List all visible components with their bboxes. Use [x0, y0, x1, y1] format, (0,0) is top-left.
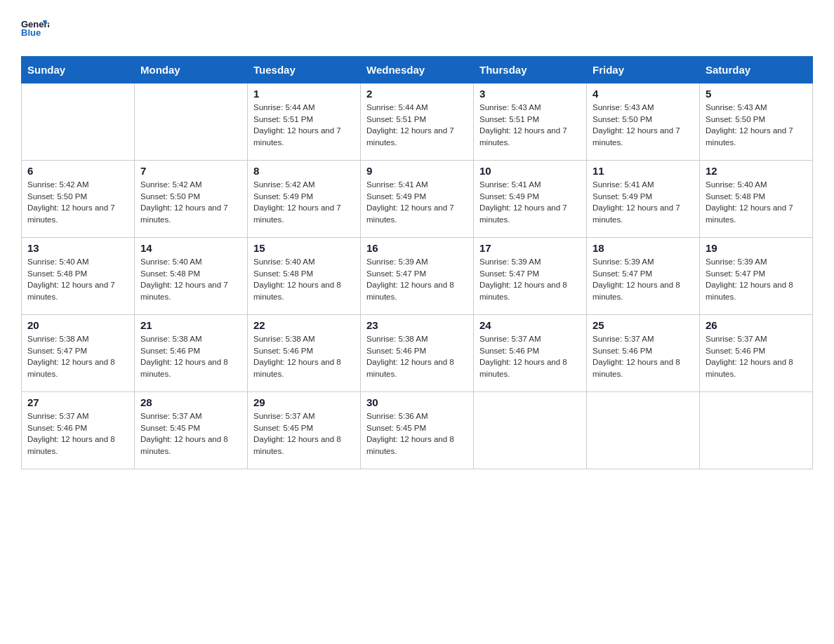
page-header: General Blue: [21, 14, 813, 42]
calendar-cell: 29Sunrise: 5:37 AMSunset: 5:45 PMDayligh…: [248, 392, 361, 469]
day-info: Sunrise: 5:41 AMSunset: 5:49 PMDaylight:…: [593, 179, 694, 226]
day-number: 1: [253, 88, 355, 100]
calendar-cell: [474, 392, 587, 469]
calendar-cell: [22, 83, 135, 161]
calendar-cell: 25Sunrise: 5:37 AMSunset: 5:46 PMDayligh…: [587, 315, 700, 392]
day-number: 13: [27, 242, 128, 254]
day-number: 3: [479, 88, 581, 100]
day-number: 14: [140, 242, 241, 254]
day-number: 20: [27, 319, 128, 331]
calendar-cell: 4Sunrise: 5:43 AMSunset: 5:50 PMDaylight…: [587, 83, 700, 161]
day-info: Sunrise: 5:38 AMSunset: 5:46 PMDaylight:…: [140, 333, 241, 380]
weekday-header-sunday: Sunday: [22, 57, 135, 83]
day-number: 25: [593, 319, 694, 331]
calendar-cell: 27Sunrise: 5:37 AMSunset: 5:46 PMDayligh…: [22, 392, 135, 469]
day-info: Sunrise: 5:37 AMSunset: 5:46 PMDaylight:…: [706, 333, 807, 380]
day-info: Sunrise: 5:40 AMSunset: 5:48 PMDaylight:…: [253, 256, 355, 303]
day-number: 5: [706, 88, 807, 100]
day-info: Sunrise: 5:37 AMSunset: 5:46 PMDaylight:…: [593, 333, 694, 380]
calendar-cell: 6Sunrise: 5:42 AMSunset: 5:50 PMDaylight…: [22, 161, 135, 238]
calendar-cell: 26Sunrise: 5:37 AMSunset: 5:46 PMDayligh…: [700, 315, 813, 392]
day-info: Sunrise: 5:37 AMSunset: 5:46 PMDaylight:…: [479, 333, 581, 380]
day-number: 26: [706, 319, 807, 331]
calendar-cell: 8Sunrise: 5:42 AMSunset: 5:49 PMDaylight…: [248, 161, 361, 238]
day-number: 16: [366, 242, 468, 254]
day-number: 28: [140, 396, 241, 408]
weekday-header-saturday: Saturday: [700, 57, 813, 83]
day-info: Sunrise: 5:37 AMSunset: 5:46 PMDaylight:…: [27, 410, 128, 457]
calendar-cell: 7Sunrise: 5:42 AMSunset: 5:50 PMDaylight…: [135, 161, 248, 238]
day-number: 19: [706, 242, 807, 254]
day-info: Sunrise: 5:40 AMSunset: 5:48 PMDaylight:…: [27, 256, 128, 303]
day-number: 10: [479, 165, 581, 177]
day-number: 15: [253, 242, 355, 254]
calendar-cell: 28Sunrise: 5:37 AMSunset: 5:45 PMDayligh…: [135, 392, 248, 469]
calendar-cell: 24Sunrise: 5:37 AMSunset: 5:46 PMDayligh…: [474, 315, 587, 392]
day-number: 11: [593, 165, 694, 177]
calendar-cell: 12Sunrise: 5:40 AMSunset: 5:48 PMDayligh…: [700, 161, 813, 238]
day-info: Sunrise: 5:38 AMSunset: 5:46 PMDaylight:…: [366, 333, 468, 380]
calendar-cell: 14Sunrise: 5:40 AMSunset: 5:48 PMDayligh…: [135, 238, 248, 315]
calendar-cell: 3Sunrise: 5:43 AMSunset: 5:51 PMDaylight…: [474, 83, 587, 161]
calendar-cell: 15Sunrise: 5:40 AMSunset: 5:48 PMDayligh…: [248, 238, 361, 315]
day-number: 29: [253, 396, 355, 408]
calendar-cell: 19Sunrise: 5:39 AMSunset: 5:47 PMDayligh…: [700, 238, 813, 315]
day-info: Sunrise: 5:37 AMSunset: 5:45 PMDaylight:…: [253, 410, 355, 457]
day-info: Sunrise: 5:44 AMSunset: 5:51 PMDaylight:…: [253, 102, 355, 149]
svg-text:Blue: Blue: [21, 27, 41, 38]
weekday-header-monday: Monday: [135, 57, 248, 83]
calendar-cell: [135, 83, 248, 161]
weekday-header-thursday: Thursday: [474, 57, 587, 83]
calendar-cell: 18Sunrise: 5:39 AMSunset: 5:47 PMDayligh…: [587, 238, 700, 315]
day-number: 21: [140, 319, 241, 331]
weekday-header-friday: Friday: [587, 57, 700, 83]
logo: General Blue: [21, 14, 49, 42]
day-number: 2: [366, 88, 468, 100]
day-info: Sunrise: 5:40 AMSunset: 5:48 PMDaylight:…: [140, 256, 241, 303]
calendar-cell: 23Sunrise: 5:38 AMSunset: 5:46 PMDayligh…: [361, 315, 474, 392]
day-info: Sunrise: 5:43 AMSunset: 5:50 PMDaylight:…: [706, 102, 807, 149]
calendar-week-row: 1Sunrise: 5:44 AMSunset: 5:51 PMDaylight…: [22, 83, 813, 161]
calendar-cell: 13Sunrise: 5:40 AMSunset: 5:48 PMDayligh…: [22, 238, 135, 315]
day-number: 18: [593, 242, 694, 254]
logo-icon: General Blue: [21, 14, 49, 42]
day-number: 9: [366, 165, 468, 177]
day-info: Sunrise: 5:43 AMSunset: 5:50 PMDaylight:…: [593, 102, 694, 149]
calendar-cell: 1Sunrise: 5:44 AMSunset: 5:51 PMDaylight…: [248, 83, 361, 161]
calendar-week-row: 27Sunrise: 5:37 AMSunset: 5:46 PMDayligh…: [22, 392, 813, 469]
day-info: Sunrise: 5:44 AMSunset: 5:51 PMDaylight:…: [366, 102, 468, 149]
day-info: Sunrise: 5:42 AMSunset: 5:50 PMDaylight:…: [27, 179, 128, 226]
calendar-cell: 11Sunrise: 5:41 AMSunset: 5:49 PMDayligh…: [587, 161, 700, 238]
day-info: Sunrise: 5:37 AMSunset: 5:45 PMDaylight:…: [140, 410, 241, 457]
calendar-cell: 10Sunrise: 5:41 AMSunset: 5:49 PMDayligh…: [474, 161, 587, 238]
day-number: 30: [366, 396, 468, 408]
calendar-cell: 30Sunrise: 5:36 AMSunset: 5:45 PMDayligh…: [361, 392, 474, 469]
calendar-cell: [700, 392, 813, 469]
calendar-cell: 16Sunrise: 5:39 AMSunset: 5:47 PMDayligh…: [361, 238, 474, 315]
day-number: 24: [479, 319, 581, 331]
calendar-week-row: 6Sunrise: 5:42 AMSunset: 5:50 PMDaylight…: [22, 161, 813, 238]
day-info: Sunrise: 5:41 AMSunset: 5:49 PMDaylight:…: [366, 179, 468, 226]
day-info: Sunrise: 5:38 AMSunset: 5:46 PMDaylight:…: [253, 333, 355, 380]
weekday-header-row: SundayMondayTuesdayWednesdayThursdayFrid…: [22, 57, 813, 83]
day-info: Sunrise: 5:41 AMSunset: 5:49 PMDaylight:…: [479, 179, 581, 226]
day-info: Sunrise: 5:39 AMSunset: 5:47 PMDaylight:…: [593, 256, 694, 303]
day-number: 17: [479, 242, 581, 254]
day-info: Sunrise: 5:39 AMSunset: 5:47 PMDaylight:…: [706, 256, 807, 303]
day-info: Sunrise: 5:42 AMSunset: 5:50 PMDaylight:…: [140, 179, 241, 226]
calendar-cell: 9Sunrise: 5:41 AMSunset: 5:49 PMDaylight…: [361, 161, 474, 238]
day-info: Sunrise: 5:39 AMSunset: 5:47 PMDaylight:…: [479, 256, 581, 303]
day-info: Sunrise: 5:36 AMSunset: 5:45 PMDaylight:…: [366, 410, 468, 457]
calendar-week-row: 20Sunrise: 5:38 AMSunset: 5:47 PMDayligh…: [22, 315, 813, 392]
day-info: Sunrise: 5:39 AMSunset: 5:47 PMDaylight:…: [366, 256, 468, 303]
day-info: Sunrise: 5:38 AMSunset: 5:47 PMDaylight:…: [27, 333, 128, 380]
weekday-header-tuesday: Tuesday: [248, 57, 361, 83]
day-number: 12: [706, 165, 807, 177]
weekday-header-wednesday: Wednesday: [361, 57, 474, 83]
calendar-cell: 22Sunrise: 5:38 AMSunset: 5:46 PMDayligh…: [248, 315, 361, 392]
day-number: 4: [593, 88, 694, 100]
day-number: 27: [27, 396, 128, 408]
calendar-cell: 5Sunrise: 5:43 AMSunset: 5:50 PMDaylight…: [700, 83, 813, 161]
day-info: Sunrise: 5:42 AMSunset: 5:49 PMDaylight:…: [253, 179, 355, 226]
calendar-cell: 21Sunrise: 5:38 AMSunset: 5:46 PMDayligh…: [135, 315, 248, 392]
